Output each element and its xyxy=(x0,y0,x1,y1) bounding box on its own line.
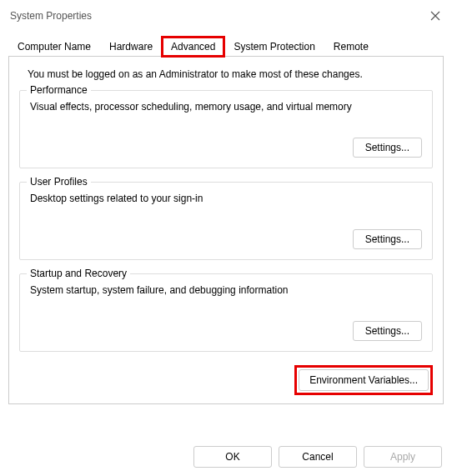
group-performance-title: Performance xyxy=(27,84,91,96)
group-user-profiles-title: User Profiles xyxy=(27,176,91,188)
tab-advanced[interactable]: Advanced xyxy=(162,37,224,57)
tab-system-protection[interactable]: System Protection xyxy=(224,37,324,57)
group-startup-recovery-title: Startup and Recovery xyxy=(27,268,130,279)
env-variables-highlight: Environment Variables... xyxy=(294,365,433,395)
group-user-profiles-btnrow: Settings... xyxy=(30,229,422,249)
group-startup-recovery-btnrow: Settings... xyxy=(30,321,422,341)
cancel-button[interactable]: Cancel xyxy=(279,446,357,468)
group-performance-desc: Visual effects, processor scheduling, me… xyxy=(30,101,422,113)
tab-panel-advanced: You must be logged on as an Administrato… xyxy=(8,56,444,404)
env-variables-row: Environment Variables... xyxy=(19,365,433,395)
startup-recovery-settings-button[interactable]: Settings... xyxy=(353,321,422,341)
admin-note: You must be logged on as an Administrato… xyxy=(28,68,433,80)
close-icon xyxy=(430,11,440,21)
tab-remote[interactable]: Remote xyxy=(324,37,378,57)
apply-button[interactable]: Apply xyxy=(364,446,442,468)
tab-computer-name[interactable]: Computer Name xyxy=(8,37,100,57)
group-startup-recovery: Startup and Recovery System startup, sys… xyxy=(19,273,433,352)
window-title: System Properties xyxy=(10,10,92,22)
user-profiles-settings-button[interactable]: Settings... xyxy=(353,229,422,249)
environment-variables-button[interactable]: Environment Variables... xyxy=(299,369,429,391)
close-button[interactable] xyxy=(429,9,442,23)
group-startup-recovery-desc: System startup, system failure, and debu… xyxy=(30,284,422,296)
dialog-button-row: OK Cancel Apply xyxy=(193,446,442,468)
group-user-profiles: User Profiles Desktop settings related t… xyxy=(19,182,433,260)
group-performance: Performance Visual effects, processor sc… xyxy=(19,90,433,168)
tab-hardware[interactable]: Hardware xyxy=(100,37,162,57)
performance-settings-button[interactable]: Settings... xyxy=(353,138,422,158)
tab-strip: Computer Name Hardware Advanced System P… xyxy=(0,30,452,57)
group-user-profiles-desc: Desktop settings related to your sign-in xyxy=(30,193,422,204)
titlebar: System Properties xyxy=(0,0,452,30)
group-performance-btnrow: Settings... xyxy=(30,138,422,158)
ok-button[interactable]: OK xyxy=(193,446,272,468)
